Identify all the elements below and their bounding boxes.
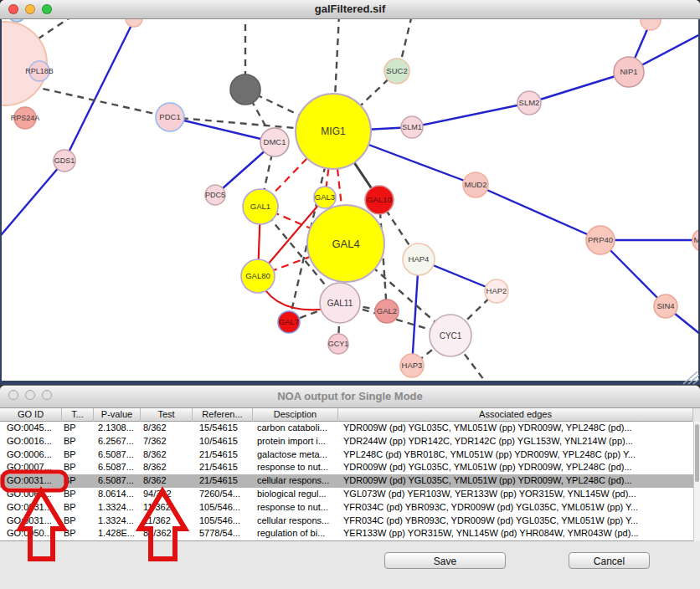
cell: 6.5087...: [94, 461, 141, 474]
node-gray-node[interactable]: [230, 74, 260, 105]
cell: YDR009W (pd) YGL035C, YML051W (pp) YDR00…: [338, 474, 693, 488]
cell: 21/54615: [193, 474, 253, 488]
cell: 11/362: [141, 501, 193, 515]
node-label: SLM2: [519, 98, 540, 107]
cell: 8/362: [141, 461, 193, 474]
noa-titlebar[interactable]: NOA output for Single Mode: [0, 386, 700, 408]
cell: GO:0031...: [0, 515, 62, 528]
table-row-0[interactable]: GO:0045...BP2.1308...8/36215/54615carbon…: [0, 422, 693, 435]
cell: cellular respons...: [253, 474, 338, 488]
node-label: MSL1: [694, 235, 700, 244]
table-row-1[interactable]: GO:0016...BP6.2567...7/36210/54615protei…: [0, 435, 693, 448]
column-header-t-[interactable]: T...: [62, 407, 94, 422]
edge[interactable]: [64, 20, 134, 161]
node-label: MUD2: [465, 180, 487, 189]
node-label: PRP40: [588, 235, 613, 244]
cell: BP: [62, 488, 94, 501]
node-label: PDC5: [205, 191, 225, 199]
table-row-5[interactable]: GO:0065...BP8.0614...94/3627260/54...bio…: [0, 488, 693, 501]
cell: GO:0050...: [0, 527, 62, 540]
column-header-referen-[interactable]: Referen...: [193, 407, 253, 422]
cell: BP: [62, 515, 94, 528]
node-label: RPS24A: [11, 114, 40, 122]
cell: 21/54615: [193, 461, 253, 474]
node-label: GAL7: [279, 317, 299, 326]
cell: GO:0065...: [0, 488, 62, 501]
cell: YDR244W (pp) YDR142C, YDR142C (pp) YGL15…: [338, 435, 693, 448]
table-body: GO:0045...BP2.1308...8/36215/54615carbon…: [0, 422, 693, 541]
node-label: HAP4: [409, 254, 430, 264]
cell: GO:0031...: [0, 501, 62, 515]
edge[interactable]: [0, 161, 64, 240]
edge[interactable]: [412, 103, 529, 127]
scrollbar-thumb[interactable]: [695, 424, 699, 482]
noa-window-title: NOA output for Single Mode: [0, 390, 700, 402]
cell: response to nut...: [253, 501, 338, 515]
node-label: RPL18B: [25, 67, 54, 75]
node-label: SUC2: [386, 66, 407, 75]
edge[interactable]: [20, 84, 170, 117]
node-label: HAP2: [486, 286, 507, 295]
resize-grip-icon[interactable]: [682, 370, 700, 385]
cell: carbon cataboli...: [253, 422, 338, 435]
node-label: HAP3: [402, 361, 423, 370]
network-window: RPL18BRPS24AGDS1PDC1SUC2MIG1SLM1DMC1SLM2…: [0, 0, 700, 385]
edge[interactable]: [476, 185, 600, 240]
cell: 5778/54...: [193, 527, 253, 540]
column-header-test[interactable]: Test: [141, 407, 193, 422]
network-canvas[interactable]: RPL18BRPS24AGDS1PDC1SUC2MIG1SLM1DMC1SLM2…: [0, 0, 700, 385]
node-label: GAL1: [250, 202, 270, 211]
column-header-associated-edges[interactable]: Associated edges: [338, 407, 693, 422]
vertical-scrollbar[interactable]: [693, 422, 700, 541]
table-row-7[interactable]: GO:0031...BP1.3324...11/362105/546...cel…: [0, 515, 693, 528]
cell: BP: [62, 527, 94, 540]
cell: GO:0016...: [0, 435, 62, 448]
cell: 6.5087...: [94, 448, 141, 462]
table-row-2[interactable]: GO:0006...BP6.5087...8/36221/54615galact…: [0, 448, 693, 462]
column-header-go-id[interactable]: GO ID: [0, 407, 62, 422]
column-header-p-value[interactable]: P-value: [94, 407, 141, 422]
cell: BP: [62, 448, 94, 462]
cell: galactose meta...: [253, 448, 338, 462]
table-row-4[interactable]: GO:0031...BP6.5087...8/36221/54615cellul…: [0, 474, 693, 488]
cell: YFR034C (pd) YBR093C, YDR009W (pd) YGL03…: [338, 515, 693, 528]
table-header[interactable]: GO IDT...P-valueTestReferen...Desciption…: [0, 407, 693, 422]
cell: 8/362: [141, 474, 193, 488]
cell: BP: [62, 435, 94, 448]
cell: protein import i...: [253, 435, 338, 448]
table-row-8[interactable]: GO:0050...BP1.428E...80/3625778/54...reg…: [0, 527, 693, 540]
cell: 1.3324...: [94, 501, 141, 515]
cell: 105/546...: [193, 515, 253, 528]
cell: 1.428E...: [94, 527, 141, 540]
node-label: PDC1: [159, 112, 180, 121]
cancel-button[interactable]: Cancel: [569, 552, 650, 569]
node-label: NIP1: [620, 67, 637, 76]
cell: BP: [62, 461, 94, 474]
table-row-6[interactable]: GO:0031...BP1.3324...11/362105/546...res…: [0, 501, 693, 515]
cell: YDR009W (pd) YGL035C, YML051W (pp) YDR00…: [338, 461, 693, 474]
cell: 8/362: [141, 422, 193, 435]
cell: BP: [62, 501, 94, 515]
network-titlebar[interactable]: galFiltered.sif: [0, 0, 700, 19]
edge[interactable]: [402, 15, 412, 57]
cell: 6.5087...: [94, 474, 141, 488]
column-header-desciption[interactable]: Desciption: [253, 407, 338, 422]
cell: 94/362: [141, 488, 193, 501]
cell: GO:0031...: [0, 474, 62, 488]
cell: 7/362: [141, 435, 193, 448]
node-label: GAL11: [327, 299, 353, 308]
node-label: GAL4: [332, 238, 359, 250]
table-row-3[interactable]: GO:0007...BP6.5087...8/36221/54615respon…: [0, 461, 693, 474]
cell: GO:0007...: [0, 461, 62, 474]
node-label: GAL2: [377, 306, 397, 315]
node-label: GAL10: [367, 195, 392, 204]
node-label: SLM1: [402, 123, 422, 131]
cell: GO:0006...: [0, 448, 62, 462]
save-button[interactable]: Save: [384, 552, 506, 569]
cell: cellular respons...: [253, 515, 338, 528]
cell: 8.0614...: [94, 488, 141, 501]
cell: 8/362: [141, 448, 193, 462]
node-label: SIN4: [656, 301, 674, 310]
noa-window: NOA output for Single Mode GO IDT...P-va…: [0, 385, 700, 589]
cell: 105/546...: [193, 501, 253, 515]
